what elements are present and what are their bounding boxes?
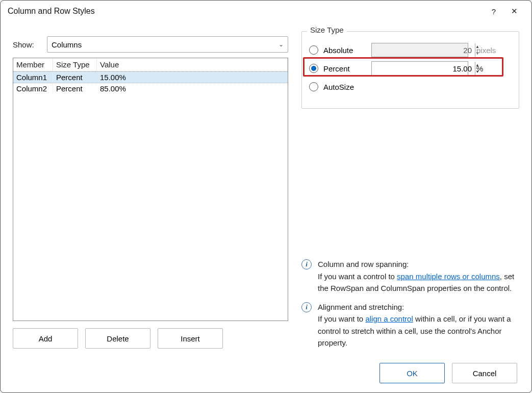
cell-value: 15.00%	[97, 72, 288, 83]
radio-row-absolute: Absolute ▲ ▼ pixels	[309, 41, 512, 59]
absolute-input[interactable]	[372, 46, 475, 55]
cancel-button[interactable]: Cancel	[452, 363, 517, 383]
delete-button-label: Delete	[107, 334, 129, 343]
show-label: Show:	[13, 40, 41, 49]
percent-spinbox[interactable]: ▲ ▼	[371, 61, 468, 76]
size-type-title: Size Type	[307, 26, 347, 34]
table-row[interactable]: Column1 Percent 15.00%	[13, 71, 288, 83]
info-heading: Column and row spanning:	[318, 260, 409, 268]
ok-button[interactable]: OK	[379, 363, 445, 383]
show-dropdown-value: Columns	[52, 40, 82, 49]
insert-button-label: Insert	[181, 334, 200, 343]
info-icon: i	[301, 302, 312, 312]
info-text: Column and row spanning: If you want a c…	[318, 258, 519, 294]
info-icon: i	[301, 259, 312, 269]
header-sizetype[interactable]: Size Type	[53, 58, 97, 71]
ok-button-label: OK	[407, 369, 418, 378]
table-row[interactable]: Column2 Percent 85.00%	[13, 83, 288, 94]
cell-sizetype: Percent	[53, 72, 97, 83]
span-link[interactable]: span multiple rows or columns	[397, 272, 500, 281]
cell-member: Column2	[13, 83, 53, 94]
show-dropdown[interactable]: Columns ⌄	[47, 36, 288, 53]
autosize-radio[interactable]	[309, 82, 318, 91]
percent-label[interactable]: Percent	[323, 64, 366, 73]
header-member[interactable]: Member	[13, 58, 53, 71]
cancel-button-label: Cancel	[473, 369, 497, 378]
cell-member: Column1	[13, 72, 53, 83]
titlebar: Column and Row Styles ? ✕	[1, 1, 531, 22]
header-value[interactable]: Value	[97, 58, 288, 71]
cell-value: 85.00%	[97, 83, 288, 94]
add-button[interactable]: Add	[13, 328, 78, 349]
add-button-label: Add	[39, 334, 53, 343]
absolute-label[interactable]: Absolute	[323, 46, 366, 55]
styles-grid[interactable]: Member Size Type Value Column1 Percent 1…	[13, 58, 288, 321]
absolute-unit: pixels	[476, 46, 496, 55]
cell-sizetype: Percent	[53, 83, 97, 94]
dialog-window: Column and Row Styles ? ✕ Show: Columns …	[0, 0, 532, 393]
info-block-alignment: i Alignment and stretching: If you want …	[301, 301, 519, 349]
help-icon: ?	[492, 7, 496, 16]
percent-radio[interactable]	[309, 64, 318, 73]
align-link[interactable]: align a control	[365, 314, 413, 323]
window-title: Column and Row Styles	[8, 7, 484, 16]
size-type-group: Size Type Absolute ▲ ▼ pixels	[301, 31, 519, 109]
info-text-part: If you want a control to	[318, 272, 397, 281]
close-icon: ✕	[511, 7, 518, 16]
info-text: Alignment and stretching: If you want to…	[318, 301, 519, 349]
autosize-label[interactable]: AutoSize	[323, 83, 366, 91]
info-block-spanning: i Column and row spanning: If you want a…	[301, 258, 519, 294]
percent-unit: %	[476, 64, 483, 73]
chevron-down-icon: ⌄	[278, 41, 284, 48]
grid-header: Member Size Type Value	[13, 58, 288, 71]
help-button[interactable]: ?	[484, 3, 504, 19]
absolute-radio[interactable]	[309, 45, 318, 55]
info-text-part: If you want to	[318, 314, 365, 323]
info-heading: Alignment and stretching:	[318, 303, 404, 311]
radio-row-autosize: AutoSize	[309, 78, 512, 96]
radio-row-percent: Percent ▲ ▼ %	[309, 59, 512, 78]
insert-button[interactable]: Insert	[158, 328, 223, 349]
close-button[interactable]: ✕	[504, 3, 524, 19]
delete-button[interactable]: Delete	[85, 328, 150, 349]
absolute-spinbox[interactable]: ▲ ▼	[371, 43, 468, 57]
percent-input[interactable]	[372, 64, 475, 73]
